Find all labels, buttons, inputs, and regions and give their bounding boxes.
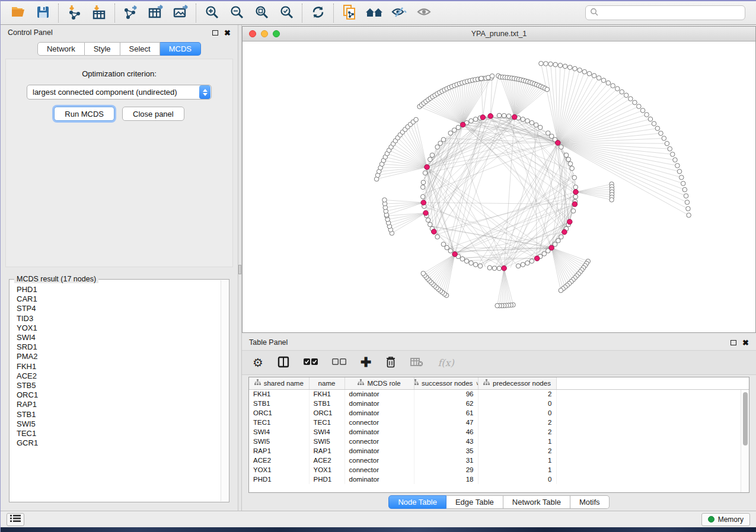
list-item[interactable]: FKH1	[17, 362, 222, 371]
graph-node[interactable]	[550, 134, 554, 139]
graph-node[interactable]	[587, 72, 592, 76]
list-item[interactable]: ACE2	[17, 371, 222, 381]
list-item[interactable]: RAP1	[17, 400, 222, 409]
float-table-panel-icon[interactable]	[731, 340, 736, 345]
hide-selected-button[interactable]	[387, 3, 412, 23]
tab-motifs[interactable]: Motifs	[570, 495, 610, 509]
graph-node[interactable]	[495, 303, 500, 308]
import-network-button[interactable]	[62, 3, 87, 23]
column-header-successor-nodes[interactable]: successor nodes∨	[414, 377, 478, 389]
graph-node[interactable]	[516, 264, 521, 268]
graph-node[interactable]	[559, 235, 564, 239]
splitter-grabber-icon[interactable]	[238, 265, 241, 274]
zoom-fit-button[interactable]	[249, 3, 274, 23]
graph-node[interactable]	[573, 66, 578, 71]
graph-node[interactable]	[460, 257, 465, 261]
close-panel-button[interactable]: Close panel	[122, 107, 184, 121]
graph-node[interactable]	[578, 68, 582, 73]
result-scrollbar[interactable]	[221, 280, 228, 501]
graph-node[interactable]	[558, 63, 563, 68]
graph-node[interactable]	[633, 100, 637, 105]
graph-node[interactable]	[662, 136, 666, 141]
graph-node[interactable]	[682, 187, 687, 192]
graph-node[interactable]	[684, 194, 688, 198]
refresh-button[interactable]	[305, 3, 330, 23]
mcds-result-list[interactable]: PHD1CAR1STP4TID3YOX1SWI4SRD1PMA2FKH1ACE2…	[9, 280, 229, 502]
export-table-button[interactable]	[143, 3, 168, 23]
zoom-out-button[interactable]	[224, 3, 249, 23]
graph-node[interactable]	[502, 113, 506, 118]
mcds-node[interactable]	[480, 115, 486, 120]
graph-node[interactable]	[545, 87, 550, 92]
graph-node[interactable]	[559, 288, 563, 293]
graph-node[interactable]	[448, 131, 453, 136]
list-item[interactable]: YOX1	[17, 323, 222, 333]
graph-node[interactable]	[542, 252, 547, 257]
list-item[interactable]: CAR1	[17, 294, 222, 304]
function-builder-button[interactable]: f(x)	[438, 354, 454, 371]
table-row[interactable]: YOX1YOX1connector291	[249, 465, 749, 475]
table-row[interactable]: PHD1PHD1dominator180	[249, 475, 749, 484]
graph-node[interactable]	[464, 259, 469, 264]
tab-edge-table[interactable]: Edge Table	[446, 495, 503, 509]
graph-node[interactable]	[568, 162, 573, 166]
graph-node[interactable]	[428, 157, 432, 162]
graph-node[interactable]	[506, 114, 511, 118]
graph-node[interactable]	[677, 169, 682, 174]
graph-node[interactable]	[492, 266, 497, 271]
table-row[interactable]: RAP1RAP1dominator352	[249, 446, 749, 456]
deselect-all-columns-button[interactable]	[332, 354, 346, 371]
column-visibility-button[interactable]	[277, 354, 289, 371]
mcds-node[interactable]	[556, 140, 561, 146]
graph-node[interactable]	[448, 249, 453, 254]
mcds-node[interactable]	[534, 256, 540, 261]
graph-node[interactable]	[473, 117, 478, 122]
graph-node[interactable]	[668, 146, 672, 151]
zoom-selected-button[interactable]	[274, 3, 299, 23]
graph-node[interactable]	[479, 76, 484, 81]
graph-node[interactable]	[675, 164, 680, 168]
graph-node[interactable]	[559, 145, 564, 149]
graph-node[interactable]	[521, 262, 525, 267]
duplicate-network-button[interactable]	[337, 3, 362, 23]
graph-node[interactable]	[420, 194, 425, 199]
tab-node-table[interactable]: Node Table	[388, 495, 446, 509]
tab-network-table[interactable]: Network Table	[503, 495, 570, 509]
graph-node[interactable]	[592, 73, 596, 78]
graph-node[interactable]	[445, 245, 449, 250]
list-item[interactable]: SRD1	[17, 342, 222, 352]
graph-node[interactable]	[606, 81, 611, 85]
show-hidden-button[interactable]	[412, 3, 436, 23]
graph-node[interactable]	[567, 65, 572, 70]
graph-node[interactable]	[629, 97, 633, 101]
graph-node[interactable]	[452, 128, 457, 133]
table-row[interactable]: SWI5SWI5connector431	[249, 437, 749, 446]
graph-node[interactable]	[655, 126, 660, 131]
graph-node[interactable]	[681, 181, 685, 186]
graph-node[interactable]	[435, 145, 440, 149]
graph-node[interactable]	[521, 117, 525, 122]
graph-node[interactable]	[645, 113, 649, 117]
graph-node[interactable]	[582, 69, 587, 74]
list-item[interactable]: STP4	[17, 304, 222, 313]
graph-node[interactable]	[573, 185, 578, 190]
graph-node[interactable]	[534, 123, 538, 127]
graph-node[interactable]	[529, 259, 534, 264]
graph-node[interactable]	[624, 93, 629, 98]
graph-node[interactable]	[525, 118, 530, 123]
zoom-in-button[interactable]	[199, 3, 224, 23]
network-window-titlebar[interactable]: YPA_prune.txt_1	[243, 27, 755, 41]
mcds-node[interactable]	[460, 122, 465, 127]
table-scrollbar-thumb[interactable]	[743, 392, 748, 446]
graph-node[interactable]	[382, 198, 387, 203]
list-item[interactable]: SWI5	[17, 419, 222, 429]
run-mcds-button[interactable]: Run MCDS	[54, 107, 114, 121]
close-table-panel-icon[interactable]: ✖	[742, 339, 749, 347]
mcds-node[interactable]	[431, 229, 436, 235]
list-item[interactable]: STB1	[17, 410, 222, 419]
table-row[interactable]: STB1STB1dominator620	[249, 399, 749, 408]
graph-node[interactable]	[659, 131, 664, 136]
graph-node[interactable]	[556, 238, 561, 243]
mcds-node[interactable]	[573, 190, 579, 195]
graph-node[interactable]	[539, 61, 544, 66]
